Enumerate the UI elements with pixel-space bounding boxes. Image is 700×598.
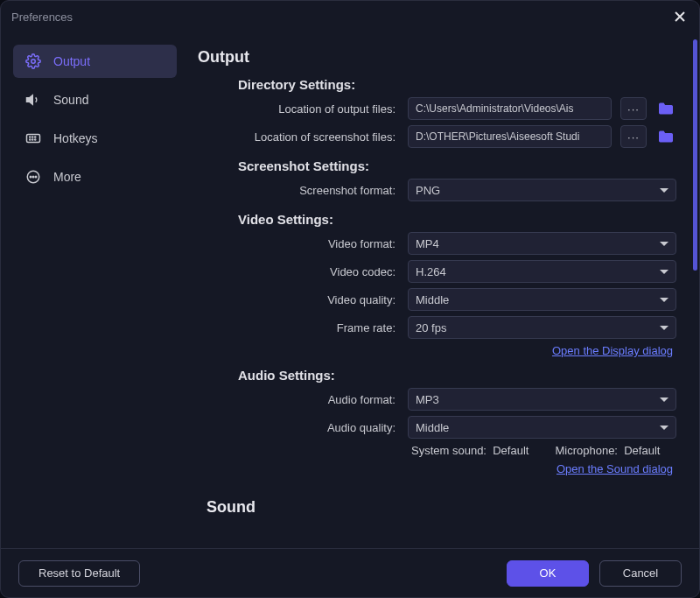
system-sound-status: System sound: Default [411, 444, 528, 457]
video-format-row: Video format: MP4 [198, 232, 676, 255]
screenshot-format-select[interactable]: PNG [408, 179, 676, 201]
svg-point-4 [32, 137, 33, 137]
chevron-down-icon [660, 270, 668, 274]
svg-point-10 [30, 176, 32, 178]
screenshot-format-label: Screenshot format: [198, 184, 399, 197]
audio-format-select[interactable]: MP3 [408, 388, 676, 411]
svg-point-6 [30, 139, 31, 140]
gear-icon [25, 53, 41, 69]
content-wrapper: Output Directory Settings: Location of o… [189, 32, 699, 548]
screenshot-files-row: Location of screenshot files: D:\OTHER\P… [198, 125, 676, 148]
video-quality-value: Middle [416, 293, 449, 306]
output-files-label: Location of output files: [198, 102, 399, 116]
chevron-down-icon [660, 298, 668, 302]
audio-quality-row: Audio quality: Middle [198, 416, 676, 439]
scrollbar-thumb[interactable] [693, 39, 697, 271]
cancel-button[interactable]: Cancel [599, 560, 682, 587]
audio-quality-value: Middle [416, 421, 449, 434]
audio-quality-select[interactable]: Middle [408, 416, 676, 439]
screenshot-files-open-folder-button[interactable] [655, 126, 676, 147]
display-dialog-link-row: Open the Display dialog [198, 344, 676, 357]
speaker-icon [25, 92, 41, 108]
output-files-input[interactable]: C:\Users\Administrator\Videos\Ais [408, 97, 612, 120]
screenshot-format-row: Screenshot format: PNG [198, 179, 676, 201]
video-format-value: MP4 [416, 237, 439, 250]
body: Output Sound Hotkeys More [1, 32, 699, 548]
frame-rate-select[interactable]: 20 fps [408, 316, 676, 339]
frame-rate-row: Frame rate: 20 fps [198, 316, 676, 339]
chevron-down-icon [660, 188, 668, 193]
video-format-label: Video format: [198, 237, 399, 250]
sidebar-item-label: More [53, 170, 81, 184]
close-button[interactable] [671, 8, 689, 25]
svg-point-12 [35, 176, 37, 178]
audio-settings-heading: Audio Settings: [238, 368, 676, 383]
video-quality-label: Video quality: [198, 293, 399, 306]
open-sound-dialog-link[interactable]: Open the Sound dialog [556, 462, 673, 475]
svg-point-11 [32, 176, 34, 178]
window-title: Preferences [11, 11, 73, 24]
audio-format-value: MP3 [416, 393, 439, 406]
close-icon [675, 11, 685, 22]
frame-rate-value: 20 fps [416, 321, 446, 334]
video-quality-select[interactable]: Middle [408, 288, 676, 311]
preferences-window: Preferences Output Sound [0, 0, 700, 598]
footer-right: OK Cancel [507, 560, 682, 587]
output-files-browse-button[interactable]: ··· [620, 97, 647, 120]
sidebar-item-hotkeys[interactable]: Hotkeys [13, 122, 177, 155]
svg-point-3 [30, 137, 31, 137]
screenshot-files-input[interactable]: D:\OTHER\Pictures\Aiseesoft Studi [408, 125, 612, 148]
sidebar-item-label: Sound [53, 93, 88, 107]
chevron-down-icon [660, 326, 668, 330]
scrollbar[interactable] [693, 39, 697, 541]
output-heading: Output [198, 48, 676, 67]
sidebar-item-label: Hotkeys [53, 131, 98, 145]
video-codec-value: H.264 [416, 265, 446, 278]
sidebar-item-more[interactable]: More [13, 160, 177, 193]
audio-format-label: Audio format: [198, 393, 399, 406]
screenshot-settings-heading: Screenshot Settings: [238, 158, 676, 173]
folder-icon [657, 102, 675, 116]
sound-dialog-link-row: Open the Sound dialog [198, 462, 676, 475]
titlebar: Preferences [1, 1, 699, 32]
svg-point-8 [35, 139, 36, 140]
sidebar-item-output[interactable]: Output [13, 45, 177, 78]
folder-icon [657, 130, 675, 144]
footer: Reset to Default OK Cancel [1, 548, 699, 597]
svg-point-5 [35, 137, 36, 137]
reset-to-default-button[interactable]: Reset to Default [18, 560, 140, 587]
directory-settings-heading: Directory Settings: [238, 77, 676, 92]
ok-button[interactable]: OK [507, 560, 589, 587]
output-files-open-folder-button[interactable] [655, 98, 676, 119]
sound-heading: Sound [206, 498, 676, 517]
audio-quality-label: Audio quality: [198, 421, 399, 434]
video-quality-row: Video quality: Middle [198, 288, 676, 311]
svg-marker-1 [27, 95, 33, 105]
sidebar-item-sound[interactable]: Sound [13, 83, 177, 116]
chevron-down-icon [660, 242, 668, 246]
more-icon [25, 169, 41, 185]
video-codec-label: Video codec: [198, 265, 399, 278]
screenshot-files-browse-button[interactable]: ··· [620, 125, 647, 148]
video-format-select[interactable]: MP4 [408, 232, 676, 255]
svg-point-0 [32, 60, 36, 64]
content: Output Directory Settings: Location of o… [189, 32, 699, 548]
video-settings-heading: Video Settings: [238, 212, 676, 227]
screenshot-files-label: Location of screenshot files: [198, 130, 399, 144]
chevron-down-icon [660, 426, 668, 430]
chevron-down-icon [660, 397, 668, 402]
screenshot-format-value: PNG [416, 184, 440, 197]
audio-format-row: Audio format: MP3 [198, 388, 676, 411]
video-codec-row: Video codec: H.264 [198, 260, 676, 283]
sidebar-item-label: Output [53, 54, 90, 68]
output-files-row: Location of output files: C:\Users\Admin… [198, 97, 676, 120]
svg-rect-2 [27, 135, 40, 143]
frame-rate-label: Frame rate: [198, 321, 399, 334]
svg-point-7 [32, 139, 33, 140]
sidebar: Output Sound Hotkeys More [1, 32, 189, 548]
keyboard-icon [25, 130, 41, 146]
audio-device-status-row: System sound: Default Microphone: Defaul… [411, 444, 676, 457]
open-display-dialog-link[interactable]: Open the Display dialog [552, 344, 673, 357]
microphone-status: Microphone: Default [555, 444, 660, 457]
video-codec-select[interactable]: H.264 [408, 260, 676, 283]
